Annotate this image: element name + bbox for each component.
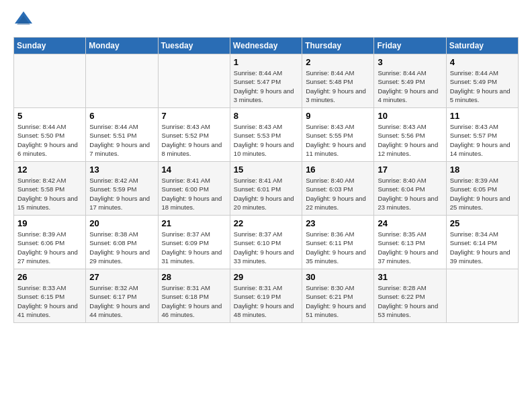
day-info: Sunrise: 8:40 AM Sunset: 6:04 PM Dayligh… — [378, 176, 442, 212]
weekday-header: Thursday — [302, 38, 374, 54]
calendar-cell: 23Sunrise: 8:36 AM Sunset: 6:11 PM Dayli… — [302, 216, 374, 269]
logo-icon — [13, 10, 34, 30]
day-info: Sunrise: 8:44 AM Sunset: 5:47 PM Dayligh… — [234, 68, 298, 104]
calendar-cell: 13Sunrise: 8:42 AM Sunset: 5:59 PM Dayli… — [86, 162, 158, 216]
calendar-cell: 1Sunrise: 8:44 AM Sunset: 5:47 PM Daylig… — [230, 54, 302, 108]
day-number: 7 — [162, 111, 226, 121]
day-number: 1 — [234, 57, 298, 67]
day-number: 27 — [89, 272, 154, 282]
day-number: 4 — [450, 57, 515, 67]
day-number: 25 — [450, 218, 515, 228]
calendar-cell: 10Sunrise: 8:43 AM Sunset: 5:56 PM Dayli… — [374, 108, 446, 162]
day-number: 24 — [378, 218, 442, 228]
day-number: 20 — [89, 218, 154, 228]
day-info: Sunrise: 8:32 AM Sunset: 6:17 PM Dayligh… — [89, 283, 154, 319]
day-info: Sunrise: 8:42 AM Sunset: 5:59 PM Dayligh… — [89, 176, 154, 212]
calendar-cell: 18Sunrise: 8:39 AM Sunset: 6:05 PM Dayli… — [446, 162, 518, 216]
day-number: 10 — [378, 111, 442, 121]
calendar-cell: 26Sunrise: 8:33 AM Sunset: 6:15 PM Dayli… — [14, 269, 86, 323]
weekday-header: Monday — [86, 38, 158, 54]
calendar-cell: 3Sunrise: 8:44 AM Sunset: 5:49 PM Daylig… — [374, 54, 446, 108]
day-number: 31 — [378, 272, 442, 282]
day-info: Sunrise: 8:44 AM Sunset: 5:49 PM Dayligh… — [378, 68, 442, 104]
day-number: 18 — [450, 165, 515, 175]
day-number: 12 — [17, 165, 82, 175]
calendar-cell: 12Sunrise: 8:42 AM Sunset: 5:58 PM Dayli… — [14, 162, 86, 216]
calendar-cell — [446, 269, 518, 323]
calendar-cell: 11Sunrise: 8:43 AM Sunset: 5:57 PM Dayli… — [446, 108, 518, 162]
day-info: Sunrise: 8:31 AM Sunset: 6:19 PM Dayligh… — [234, 283, 298, 319]
day-info: Sunrise: 8:40 AM Sunset: 6:03 PM Dayligh… — [306, 176, 370, 212]
day-number: 26 — [17, 272, 82, 282]
day-number: 23 — [306, 218, 370, 228]
day-info: Sunrise: 8:37 AM Sunset: 6:09 PM Dayligh… — [162, 230, 226, 265]
page: SundayMondayTuesdayWednesdayThursdayFrid… — [0, 0, 532, 411]
day-info: Sunrise: 8:31 AM Sunset: 6:18 PM Dayligh… — [162, 283, 226, 319]
calendar-cell — [14, 54, 86, 108]
day-info: Sunrise: 8:42 AM Sunset: 5:58 PM Dayligh… — [17, 176, 82, 212]
calendar-table: SundayMondayTuesdayWednesdayThursdayFrid… — [13, 37, 519, 323]
day-number: 28 — [162, 272, 226, 282]
calendar-cell: 25Sunrise: 8:34 AM Sunset: 6:14 PM Dayli… — [446, 216, 518, 269]
day-info: Sunrise: 8:44 AM Sunset: 5:51 PM Dayligh… — [89, 122, 154, 158]
day-info: Sunrise: 8:43 AM Sunset: 5:55 PM Dayligh… — [306, 122, 370, 158]
calendar-cell: 31Sunrise: 8:28 AM Sunset: 6:22 PM Dayli… — [374, 269, 446, 323]
calendar-cell: 14Sunrise: 8:41 AM Sunset: 6:00 PM Dayli… — [158, 162, 230, 216]
day-number: 3 — [378, 57, 442, 67]
day-info: Sunrise: 8:37 AM Sunset: 6:10 PM Dayligh… — [234, 230, 298, 265]
day-info: Sunrise: 8:43 AM Sunset: 5:52 PM Dayligh… — [162, 122, 226, 158]
day-info: Sunrise: 8:41 AM Sunset: 6:01 PM Dayligh… — [234, 176, 298, 212]
calendar-cell: 8Sunrise: 8:43 AM Sunset: 5:53 PM Daylig… — [230, 108, 302, 162]
day-number: 13 — [89, 165, 154, 175]
header — [13, 10, 519, 30]
calendar-header-row: SundayMondayTuesdayWednesdayThursdayFrid… — [14, 38, 519, 54]
calendar-cell — [86, 54, 158, 108]
day-number: 6 — [89, 111, 154, 121]
calendar-cell: 9Sunrise: 8:43 AM Sunset: 5:55 PM Daylig… — [302, 108, 374, 162]
day-info: Sunrise: 8:38 AM Sunset: 6:08 PM Dayligh… — [89, 230, 154, 265]
day-number: 14 — [162, 165, 226, 175]
day-info: Sunrise: 8:44 AM Sunset: 5:49 PM Dayligh… — [450, 68, 515, 104]
weekday-header: Wednesday — [230, 38, 302, 54]
calendar-cell: 27Sunrise: 8:32 AM Sunset: 6:17 PM Dayli… — [86, 269, 158, 323]
calendar-cell: 20Sunrise: 8:38 AM Sunset: 6:08 PM Dayli… — [86, 216, 158, 269]
day-number: 19 — [17, 218, 82, 228]
calendar-cell: 4Sunrise: 8:44 AM Sunset: 5:49 PM Daylig… — [446, 54, 518, 108]
day-info: Sunrise: 8:39 AM Sunset: 6:06 PM Dayligh… — [17, 230, 82, 265]
day-number: 9 — [306, 111, 370, 121]
calendar-cell: 21Sunrise: 8:37 AM Sunset: 6:09 PM Dayli… — [158, 216, 230, 269]
calendar-week-row: 1Sunrise: 8:44 AM Sunset: 5:47 PM Daylig… — [14, 54, 519, 108]
day-info: Sunrise: 8:30 AM Sunset: 6:21 PM Dayligh… — [306, 283, 370, 319]
calendar-cell: 7Sunrise: 8:43 AM Sunset: 5:52 PM Daylig… — [158, 108, 230, 162]
day-number: 2 — [306, 57, 370, 67]
day-info: Sunrise: 8:43 AM Sunset: 5:57 PM Dayligh… — [450, 122, 515, 158]
day-number: 21 — [162, 218, 226, 228]
calendar-cell: 28Sunrise: 8:31 AM Sunset: 6:18 PM Dayli… — [158, 269, 230, 323]
calendar-cell: 24Sunrise: 8:35 AM Sunset: 6:13 PM Dayli… — [374, 216, 446, 269]
day-info: Sunrise: 8:33 AM Sunset: 6:15 PM Dayligh… — [17, 283, 82, 319]
day-number: 16 — [306, 165, 370, 175]
day-number: 17 — [378, 165, 442, 175]
weekday-header: Saturday — [446, 38, 518, 54]
day-number: 30 — [306, 272, 370, 282]
day-number: 15 — [234, 165, 298, 175]
day-number: 22 — [234, 218, 298, 228]
calendar-week-row: 19Sunrise: 8:39 AM Sunset: 6:06 PM Dayli… — [14, 216, 519, 269]
day-info: Sunrise: 8:44 AM Sunset: 5:48 PM Dayligh… — [306, 68, 370, 104]
calendar-cell: 2Sunrise: 8:44 AM Sunset: 5:48 PM Daylig… — [302, 54, 374, 108]
calendar-cell: 30Sunrise: 8:30 AM Sunset: 6:21 PM Dayli… — [302, 269, 374, 323]
calendar-cell: 5Sunrise: 8:44 AM Sunset: 5:50 PM Daylig… — [14, 108, 86, 162]
calendar-cell: 6Sunrise: 8:44 AM Sunset: 5:51 PM Daylig… — [86, 108, 158, 162]
day-info: Sunrise: 8:34 AM Sunset: 6:14 PM Dayligh… — [450, 230, 515, 265]
day-info: Sunrise: 8:28 AM Sunset: 6:22 PM Dayligh… — [378, 283, 442, 319]
day-info: Sunrise: 8:43 AM Sunset: 5:56 PM Dayligh… — [378, 122, 442, 158]
day-number: 8 — [234, 111, 298, 121]
calendar-cell: 19Sunrise: 8:39 AM Sunset: 6:06 PM Dayli… — [14, 216, 86, 269]
calendar-cell: 15Sunrise: 8:41 AM Sunset: 6:01 PM Dayli… — [230, 162, 302, 216]
weekday-header: Sunday — [14, 38, 86, 54]
calendar-cell: 16Sunrise: 8:40 AM Sunset: 6:03 PM Dayli… — [302, 162, 374, 216]
day-number: 11 — [450, 111, 515, 121]
day-info: Sunrise: 8:35 AM Sunset: 6:13 PM Dayligh… — [378, 230, 442, 265]
day-info: Sunrise: 8:36 AM Sunset: 6:11 PM Dayligh… — [306, 230, 370, 265]
calendar-cell — [158, 54, 230, 108]
